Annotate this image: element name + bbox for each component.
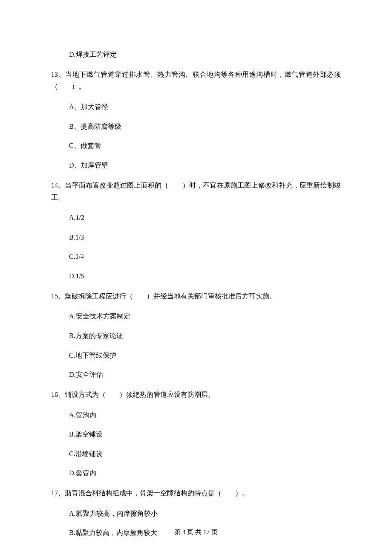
q14-option-a: A.1/2 — [69, 212, 341, 223]
q13-stem: 13、当地下燃气管道穿过排水管、热力管沟、联合地沟等各种用途沟槽时，燃气管道外部… — [51, 69, 341, 93]
q16-option-b: B.架空铺设 — [69, 429, 341, 440]
q15-option-a: A.安全技术方案制定 — [69, 311, 341, 322]
q15-option-c: C.地下管线保护 — [69, 350, 341, 361]
q16-option-d: D.套管内 — [69, 468, 341, 479]
q13-option-b: B、提高防腐等级 — [69, 121, 341, 132]
q13-option-c: C、做套管 — [69, 140, 341, 151]
q14-stem: 14、当平面布置改变超过图上面积的（ ）时，不宜在原施工图上修改和补充，应重新绘… — [51, 179, 341, 204]
q17-stem: 17、沥青混合料结构组成中，骨架一空隙结构的特点是（ ）。 — [51, 487, 341, 500]
page-footer: 第 4 页 共 17 页 — [0, 527, 392, 537]
q14-option-d: D.1/5 — [69, 271, 341, 282]
q13-option-d: D、加厚管壁 — [69, 160, 341, 171]
q15-option-b: B.方案的专家论证 — [69, 330, 341, 341]
q14-option-b: B.1/3 — [69, 232, 341, 243]
q17-option-a: A.黏聚力较高，内摩擦角较小 — [69, 508, 341, 519]
q16-option-c: C.沿墙铺设 — [69, 448, 341, 460]
q13-option-a: A、加大管径 — [69, 101, 341, 113]
q14-option-c: C.1/4 — [69, 251, 341, 262]
page-content: D.焊接工艺评定 13、当地下燃气管道穿过排水管、热力管沟、联合地沟等各种用途沟… — [0, 0, 392, 538]
q16-option-a: A.管沟内 — [69, 410, 341, 421]
q12-option-d: D.焊接工艺评定 — [69, 49, 341, 60]
q15-option-d: D.安全评估 — [69, 369, 341, 380]
q15-stem: 15、爆破拆除工程应进行（ ）并经当地有关部门审核批准后方可实施。 — [51, 290, 341, 303]
q16-stem: 16、铺设方式为（ ）须绝热的管道应设有防潮层。 — [51, 389, 341, 401]
